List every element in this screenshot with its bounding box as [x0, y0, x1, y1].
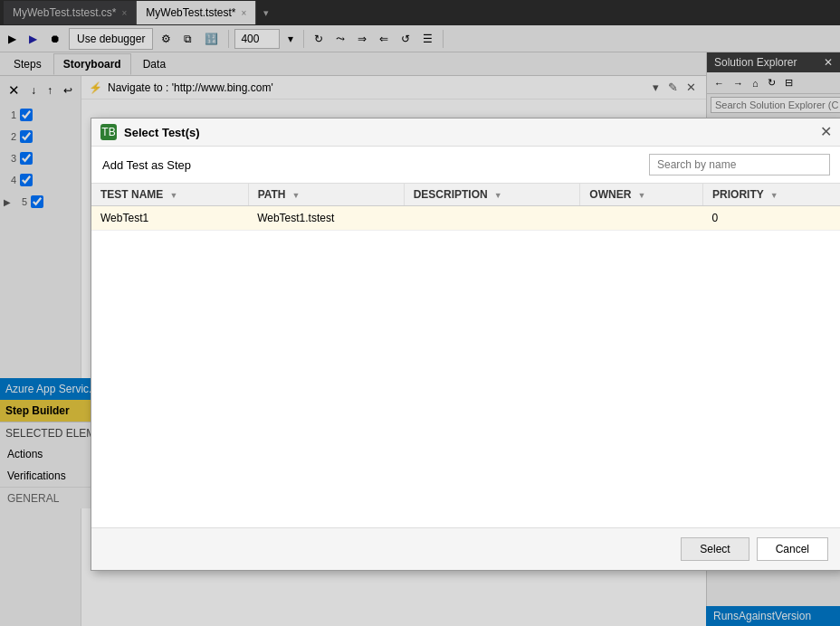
modal-search-input[interactable]: [649, 154, 830, 175]
col-filter-icon: ▼: [169, 191, 177, 200]
col-path-filter-icon: ▼: [292, 191, 301, 200]
modal-icon: TB: [100, 124, 117, 140]
cancel-button[interactable]: Cancel: [757, 537, 828, 561]
modal-table-header-row: TEST NAME ▼ PATH ▼ DESCRIPTION ▼ OWNER: [91, 184, 840, 206]
modal-header: TB Select Test(s) ✕: [91, 119, 840, 147]
col-owner-filter-icon: ▼: [637, 191, 645, 200]
modal-content: TEST NAME ▼ PATH ▼ DESCRIPTION ▼ OWNER: [91, 184, 840, 527]
col-test-name[interactable]: TEST NAME ▼: [91, 184, 248, 206]
col-desc-filter-icon: ▼: [494, 191, 502, 200]
modal-overlay: TB Select Test(s) ✕ Add Test as Step TES…: [0, 0, 840, 626]
cell-priority: 0: [703, 206, 840, 231]
cell-description: [404, 206, 580, 231]
modal-subheader-title: Add Test as Step: [102, 158, 191, 172]
modal-close-btn[interactable]: ✕: [820, 125, 832, 139]
modal-subheader: Add Test as Step: [91, 147, 840, 184]
cell-test-name: WebTest1: [91, 206, 248, 231]
table-row[interactable]: WebTest1 WebTest1.tstest 0: [91, 206, 840, 231]
col-path[interactable]: PATH ▼: [248, 184, 404, 206]
select-button[interactable]: Select: [681, 537, 749, 561]
modal-table: TEST NAME ▼ PATH ▼ DESCRIPTION ▼ OWNER: [91, 184, 840, 231]
cell-path: WebTest1.tstest: [248, 206, 404, 231]
select-tests-modal: TB Select Test(s) ✕ Add Test as Step TES…: [91, 118, 840, 571]
modal-footer: Select Cancel: [91, 527, 840, 570]
modal-title: Select Test(s): [124, 126, 820, 139]
col-prio-filter-icon: ▼: [770, 191, 778, 200]
col-priority[interactable]: PRIORITY ▼: [703, 184, 840, 206]
col-owner[interactable]: OWNER ▼: [580, 184, 703, 206]
col-description[interactable]: DESCRIPTION ▼: [404, 184, 580, 206]
cell-owner: [580, 206, 703, 231]
